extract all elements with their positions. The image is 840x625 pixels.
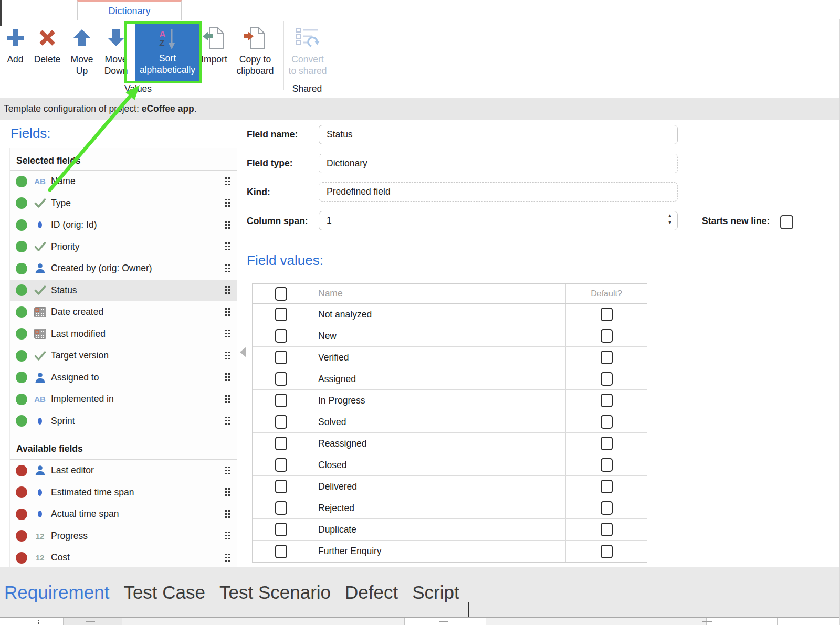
- field-item-created-by-orig-owner[interactable]: Created by (orig: Owner): [10, 258, 237, 280]
- select-all-checkbox[interactable]: [275, 287, 287, 301]
- field-item-label: Date created: [51, 306, 103, 317]
- field-value-name: Closed: [310, 454, 566, 475]
- drag-handle-icon[interactable]: [225, 286, 230, 294]
- field-item-status[interactable]: Status: [10, 280, 237, 302]
- tab-dictionary[interactable]: Dictionary: [77, 0, 182, 20]
- sort-alphabetically-button[interactable]: AZ Sort alphabetically: [135, 23, 200, 82]
- default-checkbox[interactable]: [601, 458, 613, 472]
- row-select-checkbox[interactable]: [275, 351, 287, 364]
- default-checkbox[interactable]: [601, 394, 613, 407]
- default-checkbox[interactable]: [601, 308, 613, 321]
- row-select-checkbox[interactable]: [275, 523, 287, 536]
- row-select-checkbox[interactable]: [275, 501, 287, 515]
- field-item-target-version[interactable]: Target version: [10, 345, 237, 367]
- row-select-checkbox[interactable]: [275, 329, 287, 343]
- field-item-estimated-time-span[interactable]: Estimated time span: [10, 482, 237, 504]
- add-button[interactable]: Add: [2, 22, 28, 93]
- calendar-icon: [33, 329, 47, 339]
- panel-collapse-arrow-icon[interactable]: [240, 347, 246, 357]
- bottom-tab-test-scenario[interactable]: Test Scenario: [219, 582, 331, 603]
- convert-to-shared-button[interactable]: Convert to shared: [287, 22, 329, 93]
- field-item-actual-time-span[interactable]: Actual time span: [10, 503, 237, 525]
- drag-handle-icon[interactable]: [225, 395, 230, 404]
- row-select-checkbox[interactable]: [275, 415, 287, 429]
- drag-handle-icon[interactable]: [225, 554, 230, 562]
- drag-handle-icon[interactable]: [225, 242, 230, 251]
- field-value-name: Further Enquiry: [310, 541, 566, 562]
- row-select-checkbox[interactable]: [275, 545, 287, 558]
- drag-handle-icon[interactable]: [225, 330, 230, 338]
- field-item-cost[interactable]: 12 Cost: [10, 547, 237, 567]
- field-status-dot: [16, 350, 27, 362]
- drag-handle-icon[interactable]: [225, 417, 230, 425]
- drag-handle-icon[interactable]: [225, 221, 230, 229]
- default-checkbox[interactable]: [601, 501, 613, 515]
- drag-handle-icon[interactable]: [225, 199, 230, 207]
- field-item-label: Created by (orig: Owner): [51, 263, 152, 274]
- drag-handle-icon[interactable]: [225, 532, 230, 540]
- drag-handle-icon[interactable]: [225, 264, 230, 273]
- dot-icon: [33, 221, 47, 228]
- bottom-tab-defect[interactable]: Defect: [345, 582, 398, 603]
- field-name-input[interactable]: Status: [319, 125, 678, 144]
- default-checkbox[interactable]: [601, 351, 613, 364]
- field-item-last-modified[interactable]: Last modified: [10, 323, 237, 345]
- default-checkbox[interactable]: [601, 523, 613, 536]
- default-checkbox[interactable]: [601, 545, 613, 558]
- starts-new-line-checkbox[interactable]: [780, 215, 793, 229]
- arrow-up-icon: [72, 22, 91, 54]
- row-select-checkbox[interactable]: [275, 308, 287, 321]
- field-status-dot: [16, 552, 27, 564]
- row-select-checkbox[interactable]: [275, 437, 287, 450]
- field-item-label: Last editor: [51, 465, 94, 476]
- drag-handle-icon[interactable]: [225, 488, 230, 496]
- partial-grid-strip: [0, 617, 840, 625]
- column-span-spinner[interactable]: ▲▼: [667, 213, 673, 225]
- field-item-id-orig-id[interactable]: ID (orig: Id): [10, 214, 237, 236]
- delete-button[interactable]: Delete: [30, 22, 64, 93]
- bottom-tab-requirement[interactable]: Requirement: [4, 582, 109, 603]
- row-select-checkbox[interactable]: [275, 394, 287, 407]
- drag-handle-icon[interactable]: [225, 373, 230, 382]
- bottom-tab-test-case[interactable]: Test Case: [123, 582, 205, 603]
- field-item-date-created[interactable]: Date created: [10, 301, 237, 323]
- bottom-tab-script[interactable]: Script: [412, 582, 459, 603]
- field-item-progress[interactable]: 12 Progress: [10, 525, 237, 547]
- spinner-up-icon[interactable]: ▲: [667, 213, 673, 218]
- dot-icon: [33, 418, 47, 425]
- fields-title: Fields:: [10, 125, 51, 142]
- field-item-name[interactable]: AB Name: [10, 171, 237, 193]
- drag-handle-icon[interactable]: [225, 352, 230, 360]
- starts-new-line-label: Starts new line:: [702, 216, 770, 227]
- copy-to-clipboard-button[interactable]: Copy to clipboard: [231, 22, 279, 93]
- move-up-button[interactable]: Move Up: [66, 22, 98, 93]
- field-value-name: Duplicate: [310, 519, 566, 540]
- field-item-label: Estimated time span: [51, 487, 134, 498]
- row-select-checkbox[interactable]: [275, 458, 287, 472]
- move-down-button[interactable]: Move Down: [100, 22, 132, 93]
- import-button[interactable]: Import: [198, 22, 230, 93]
- drag-handle-icon[interactable]: [225, 467, 230, 475]
- field-item-implemented-in[interactable]: AB Implemented in: [10, 388, 237, 410]
- field-item-sprint[interactable]: Sprint: [10, 410, 237, 432]
- field-value-name: Assigned: [310, 368, 566, 389]
- default-checkbox[interactable]: [601, 329, 613, 343]
- field-item-assigned-to[interactable]: Assigned to: [10, 367, 237, 389]
- row-select-checkbox[interactable]: [275, 372, 287, 386]
- default-checkbox[interactable]: [601, 480, 613, 493]
- field-item-last-editor[interactable]: Last editor: [10, 460, 237, 482]
- field-item-type[interactable]: Type: [10, 193, 237, 215]
- field-item-priority[interactable]: Priority: [10, 236, 237, 258]
- drag-handle-icon[interactable]: [225, 510, 230, 518]
- drag-handle-icon[interactable]: [225, 308, 230, 316]
- column-span-input[interactable]: 1 ▲▼: [319, 211, 678, 230]
- drag-handle-icon[interactable]: [225, 177, 230, 186]
- field-status-dot: [16, 306, 27, 318]
- name-column-header: Name: [310, 284, 566, 303]
- default-checkbox[interactable]: [601, 372, 613, 386]
- default-checkbox[interactable]: [601, 437, 613, 450]
- field-item-label: Status: [51, 285, 77, 296]
- row-select-checkbox[interactable]: [275, 480, 287, 493]
- default-checkbox[interactable]: [601, 415, 613, 429]
- spinner-down-icon[interactable]: ▼: [667, 220, 673, 225]
